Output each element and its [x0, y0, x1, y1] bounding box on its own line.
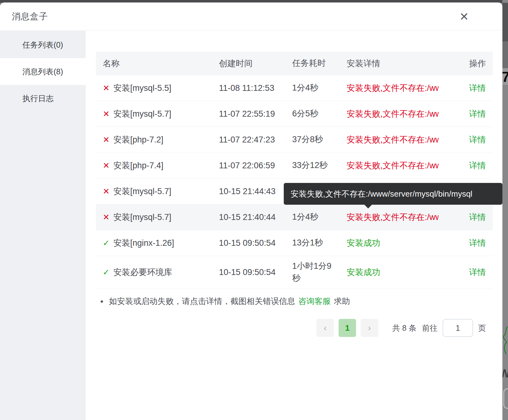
table-row-hovered: ✕安装[mysql-5.7] 10-15 21:40:44 1分4秒 安装失败,…: [96, 204, 493, 230]
task-duration: 1分4秒: [292, 82, 347, 94]
backdrop-chart-line: [502, 326, 508, 355]
task-name: 安装[mysql-5.7]: [113, 212, 171, 223]
created-time: 10-15 09:50:54: [219, 238, 292, 248]
created-time: 10-15 21:40:44: [219, 212, 292, 222]
task-duration: 37分8秒: [292, 133, 347, 146]
sidebar-item-message-list[interactable]: 消息列表(8): [0, 58, 86, 85]
install-detail[interactable]: 安装成功: [347, 267, 439, 278]
detail-link[interactable]: 详情: [469, 268, 486, 277]
install-detail[interactable]: 安装失败,文件不存在:/www: [347, 134, 439, 145]
sidebar: 任务列表(0) 消息列表(8) 执行日志: [0, 31, 86, 420]
sidebar-item-exec-log[interactable]: 执行日志: [0, 85, 86, 112]
fail-icon: ✕: [103, 187, 113, 196]
backdrop-right-strip: 7 W: [502, 0, 508, 420]
success-icon: ✓: [103, 268, 113, 277]
col-header-created: 创建时间: [219, 58, 292, 69]
success-icon: ✓: [103, 238, 113, 248]
fail-icon: ✕: [103, 109, 113, 119]
col-header-duration: 任务耗时: [292, 57, 347, 69]
backdrop-rect-outline: [503, 388, 508, 409]
col-header-detail: 安装详情: [347, 58, 439, 69]
task-duration: 33分12秒: [292, 159, 347, 171]
page-number-input[interactable]: [443, 319, 473, 337]
table-row: ✓安装必要环境库 10-15 09:50:54 1小时1分9秒 安装成功 详情: [96, 256, 493, 289]
install-detail[interactable]: 安装失败,文件不存在:/www/server/mysql/bin/mysql: [347, 212, 439, 223]
dialog-title: 消息盒子: [12, 11, 48, 22]
col-header-action: 操作: [439, 58, 493, 69]
chevron-right-icon: ›: [368, 323, 371, 333]
fail-icon: ✕: [103, 161, 113, 170]
message-list-panel: 名称 创建时间 任务耗时 安装详情 操作 ✕安装[mysql-5.5] 11-0…: [86, 31, 502, 420]
install-detail[interactable]: 安装成功: [347, 237, 439, 249]
detail-link[interactable]: 详情: [469, 212, 486, 222]
chevron-left-icon: ‹: [324, 323, 327, 333]
table-row: ✕安装[php-7.4] 11-07 22:06:59 33分12秒 安装失败,…: [96, 153, 493, 179]
task-duration: 13分1秒: [292, 237, 347, 249]
table-header-row: 名称 创建时间 任务耗时 安装详情 操作: [96, 52, 493, 75]
tooltip-arrow: [364, 204, 372, 208]
task-name: 安装[php-7.4]: [113, 160, 164, 171]
total-count-label: 共 8 条: [392, 323, 416, 333]
next-page-button[interactable]: ›: [361, 319, 378, 337]
pagination: ‹ 1 › 共 8 条 前往 页: [316, 319, 486, 337]
created-time: 11-08 11:12:53: [219, 83, 292, 93]
detail-link[interactable]: 详情: [469, 83, 486, 93]
fail-icon: ✕: [103, 212, 113, 222]
created-time: 11-07 22:55:19: [219, 109, 292, 119]
install-detail[interactable]: 安装失败,文件不存在:/www/server/mysql/bin/mysql: [347, 108, 439, 119]
note-suffix: 求助: [334, 296, 350, 307]
page-unit-label: 页: [478, 323, 486, 333]
created-time: 11-07 22:06:59: [219, 161, 292, 170]
sidebar-item-task-list[interactable]: 任务列表(0): [0, 31, 86, 58]
task-duration: 6分5秒: [292, 108, 347, 120]
table-row: ✕安装[php-7.2] 11-07 22:47:23 37分8秒 安装失败,文…: [96, 127, 493, 153]
fail-icon: ✕: [103, 135, 113, 145]
task-name: 安装[php-7.2]: [113, 134, 164, 145]
install-detail[interactable]: 安装失败,文件不存在:/www: [347, 160, 439, 171]
contact-support-link[interactable]: 咨询客服: [298, 296, 331, 307]
task-name: 安装[mysql-5.7]: [113, 186, 171, 197]
note-text: 如安装或启动失败，请点击详情，截图相关错误信息: [109, 296, 295, 307]
bullet-icon: •: [100, 296, 103, 306]
detail-link[interactable]: 详情: [469, 161, 486, 170]
detail-link[interactable]: 详情: [469, 109, 486, 119]
detail-link[interactable]: 详情: [469, 238, 486, 248]
table-row: ✓安装[nginx-1.26] 10-15 09:50:54 13分1秒 安装成…: [96, 230, 493, 256]
task-duration: 1分4秒: [292, 211, 347, 223]
goto-label: 前往: [422, 323, 438, 333]
detail-link[interactable]: 详情: [469, 135, 486, 144]
backdrop-digit: 7: [502, 69, 508, 85]
task-name: 安装[nginx-1.26]: [113, 237, 174, 249]
task-name: 安装[mysql-5.7]: [113, 108, 171, 119]
message-box-dialog: 消息盒子 ✕ 任务列表(0) 消息列表(8) 执行日志 名称 创建时间 任务耗时…: [0, 2, 502, 420]
message-table: 名称 创建时间 任务耗时 安装详情 操作 ✕安装[mysql-5.5] 11-0…: [96, 52, 493, 289]
page-1-button[interactable]: 1: [339, 319, 356, 337]
dialog-header: 消息盒子 ✕: [0, 2, 502, 30]
error-tooltip: 安装失败,文件不存在:/www/server/mysql/bin/mysql: [284, 183, 502, 205]
dialog-body: 任务列表(0) 消息列表(8) 执行日志 名称 创建时间 任务耗时 安装详情 操…: [0, 31, 502, 420]
table-row: ✕安装[mysql-5.5] 11-08 11:12:53 1分4秒 安装失败,…: [96, 75, 493, 101]
created-time: 10-15 09:50:54: [219, 268, 292, 277]
close-icon[interactable]: ✕: [457, 10, 471, 24]
task-duration: 1小时1分9秒: [292, 260, 347, 284]
help-note: • 如安装或启动失败，请点击详情，截图相关错误信息 咨询客服 求助: [100, 296, 350, 307]
col-header-name: 名称: [96, 58, 219, 69]
task-name: 安装必要环境库: [113, 267, 172, 278]
table-row: ✕安装[mysql-5.7] 11-07 22:55:19 6分5秒 安装失败,…: [96, 101, 493, 127]
created-time: 10-15 21:44:43: [219, 187, 292, 196]
prev-page-button[interactable]: ‹: [316, 319, 334, 337]
created-time: 11-07 22:47:23: [219, 135, 292, 145]
install-detail[interactable]: 安装失败,文件不存在:/www/server/mysql/bin/mysql: [347, 82, 439, 94]
backdrop-segment: [502, 3, 508, 41]
fail-icon: ✕: [103, 83, 113, 93]
backdrop-segment: [502, 41, 508, 68]
backdrop-letter: W: [502, 367, 508, 380]
task-name: 安装[mysql-5.5]: [113, 82, 171, 94]
